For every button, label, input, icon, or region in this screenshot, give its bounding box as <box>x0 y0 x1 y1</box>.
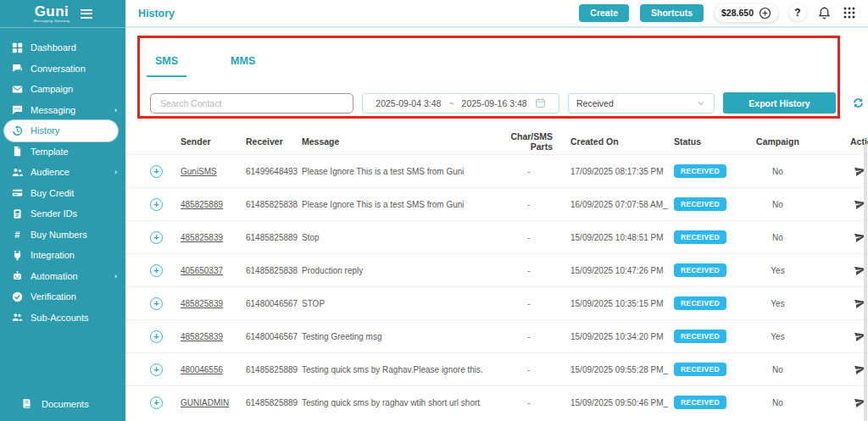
sidebar-item-sub-accounts[interactable]: Sub-Accounts › <box>0 307 125 329</box>
help-button[interactable]: ? <box>789 4 806 21</box>
balance-amount: $28.650 <box>721 8 754 18</box>
sidebar-item-label: Verification <box>31 291 76 302</box>
sidebar-item-label: Documents <box>42 399 89 409</box>
sidebar-item-messaging[interactable]: Messaging › <box>0 100 125 121</box>
filter-row: 2025-09-04 3:48 ~ 2025-09-16 3:48 Receiv… <box>150 92 865 114</box>
status-badge: RECEIVED <box>674 197 726 211</box>
sender-link[interactable]: 480046556 <box>181 365 223 374</box>
expand-row-button[interactable]: + <box>150 264 163 277</box>
sidebar-item-buy-credit[interactable]: Buy Credit › <box>0 183 125 204</box>
tab-mms[interactable]: MMS <box>222 55 264 77</box>
expand-row-button[interactable]: + <box>150 231 163 244</box>
chevron-right-icon: › <box>114 168 117 176</box>
sidebar-item-history[interactable]: History › <box>4 120 118 141</box>
integration-icon <box>12 250 23 261</box>
sidebar-item-sender-ids[interactable]: Sender IDs › <box>0 203 125 224</box>
sidebar-item-label: Template <box>31 147 69 157</box>
top-header: History Create Shortcuts $28.650 ? <box>125 0 868 28</box>
receiver-cell: 61480046567 <box>236 299 302 308</box>
sidebar-item-integration[interactable]: Integration › <box>0 245 125 266</box>
notifications-bell-icon[interactable] <box>817 6 832 20</box>
verification-icon <box>12 291 23 302</box>
campaign-cell: No <box>737 200 818 209</box>
table-row: + GUNIADMIN 61485825889 Testing quick sm… <box>125 385 868 418</box>
date-separator: ~ <box>448 98 453 108</box>
sidebar-item-verification[interactable]: Verification › <box>0 286 125 307</box>
template-icon <box>12 146 23 157</box>
logo-subtitle: Messaging Gateway <box>33 19 70 23</box>
sender-link[interactable]: 485825839 <box>181 233 223 242</box>
created-on-cell: 15/09/2025 10:34:20 PM <box>559 332 661 341</box>
hamburger-menu-icon[interactable] <box>81 9 92 19</box>
status-filter-select[interactable]: Received <box>568 93 715 114</box>
sidebar-item-label: Integration <box>31 250 75 260</box>
status-badge: RECEIVED <box>674 296 726 310</box>
sender-link[interactable]: 485825889 <box>181 200 223 209</box>
header-actions: Create Shortcuts $28.650 ? <box>579 4 856 23</box>
expand-row-button[interactable]: + <box>150 330 163 343</box>
sender-link[interactable]: GUNIADMIN <box>181 398 229 407</box>
sidebar-item-label: History <box>31 125 59 136</box>
expand-row-button[interactable]: + <box>150 396 163 409</box>
status-badge: RECEIVED <box>674 396 726 409</box>
sidebar-item-audience[interactable]: Audience › <box>0 162 125 183</box>
message-cell: STOP <box>302 299 498 308</box>
sender-link[interactable]: GuniSMS <box>181 167 217 176</box>
apps-grid-icon[interactable] <box>843 6 856 19</box>
shortcuts-button[interactable]: Shortcuts <box>640 4 704 23</box>
balance-pill[interactable]: $28.650 <box>715 4 778 22</box>
calendar-icon <box>535 97 546 108</box>
search-contact-input[interactable] <box>150 93 353 114</box>
refresh-icon[interactable] <box>852 97 865 109</box>
add-credit-icon[interactable] <box>759 7 771 19</box>
date-range-picker[interactable]: 2025-09-04 3:48 ~ 2025-09-16 3:48 <box>362 93 559 114</box>
sidebar-item-label: Messaging <box>31 105 75 115</box>
vertical-scrollbar[interactable] <box>864 144 867 421</box>
table-row: + 485825839 61480046567 Testing Greeting… <box>125 319 868 352</box>
tabs: SMS MMS <box>147 55 264 77</box>
created-on-cell: 15/09/2025 09:50:46 PM_ <box>559 398 661 407</box>
col-header-actions: Actions <box>818 136 868 147</box>
sidebar-item-documents[interactable]: Documents <box>0 393 125 414</box>
col-header-message: Message <box>302 136 498 147</box>
char-sms-parts-cell: - <box>498 266 559 275</box>
sidebar-item-buy-numbers[interactable]: # Buy Numbers › <box>0 224 125 246</box>
table-row: + 485825839 61485825889 Stop - 15/09/202… <box>125 220 868 253</box>
table-row: + GuniSMS 61499648493 Please Ignore This… <box>125 154 868 187</box>
created-on-cell: 15/09/2025 09:55:28 PM_ <box>559 365 661 374</box>
sidebar-item-automation[interactable]: Automation › <box>0 266 125 287</box>
sender-link[interactable]: 405650337 <box>181 266 223 275</box>
export-history-button[interactable]: Export History <box>723 92 836 114</box>
status-badge: RECEIVED <box>674 363 726 376</box>
sidebar-item-dashboard[interactable]: Dashboard › <box>0 37 125 58</box>
sidebar-item-campaign[interactable]: Campaign › <box>0 79 125 100</box>
chevron-right-icon: › <box>114 106 117 114</box>
sender-link[interactable]: 485825839 <box>181 332 223 341</box>
expand-row-button[interactable]: + <box>150 297 163 310</box>
conversation-icon <box>12 63 23 74</box>
receiver-cell: 61485825838 <box>236 200 302 209</box>
campaign-cell: No <box>737 365 818 374</box>
create-button[interactable]: Create <box>579 4 629 23</box>
sidebar-item-template[interactable]: Template › <box>0 141 125 163</box>
sidebar-nav: Dashboard › Conversation › Campaign › Me… <box>0 28 125 393</box>
sidebar-item-conversation[interactable]: Conversation › <box>0 58 125 80</box>
tab-sms[interactable]: SMS <box>147 55 186 77</box>
app-window: Guni Messaging Gateway Dashboard › Conve… <box>0 0 868 421</box>
created-on-cell: 15/09/2025 10:47:26 PM <box>559 266 661 275</box>
expand-row-button[interactable]: + <box>150 198 163 211</box>
page-title: History <box>138 8 175 19</box>
expand-row-button[interactable]: + <box>150 363 163 376</box>
receiver-cell: 61499648493 <box>236 167 302 176</box>
history-table: Sender Receiver Message Char/SMS Parts C… <box>125 129 868 418</box>
expand-row-button[interactable]: + <box>150 165 163 178</box>
message-cell: Please Ignore This is a test SMS from Gu… <box>302 167 498 176</box>
sidebar-item-label: Buy Numbers <box>31 230 87 240</box>
message-cell: Stop <box>302 233 498 242</box>
sender-link[interactable]: 485825839 <box>181 299 223 308</box>
status-badge: RECEIVED <box>674 330 726 343</box>
created-on-cell: 15/09/2025 10:35:15 PM <box>559 299 661 308</box>
col-header-campaign: Campaign <box>737 136 818 147</box>
col-header-sender: Sender <box>168 136 236 147</box>
brand-logo[interactable]: Guni Messaging Gateway <box>33 4 70 23</box>
